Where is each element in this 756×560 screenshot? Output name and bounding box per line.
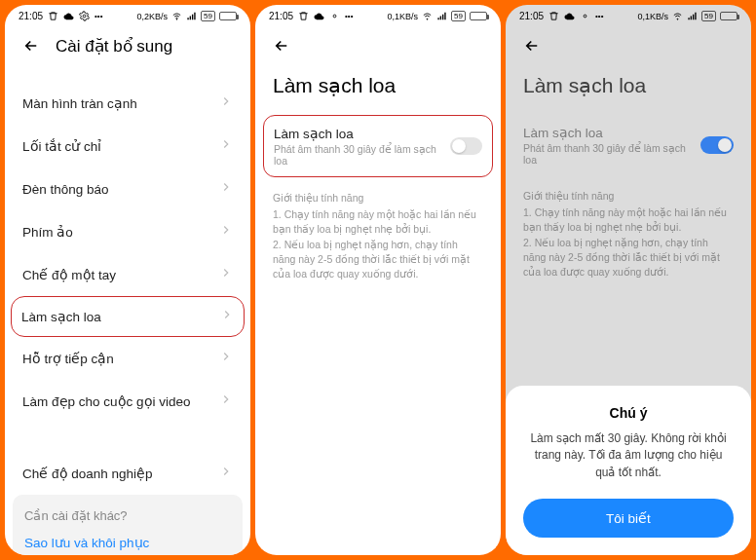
chevron-right-icon: [219, 223, 233, 241]
bottom-sheet: Chú ý Làm sạch mất 30 giây. Không rời kh…: [506, 386, 751, 555]
header: Cài đặt bổ sung: [5, 25, 250, 66]
phone-screen-2: 21:05 ••• 0,1KB/s 59 Làm sạch loa Làm sạ…: [255, 5, 501, 555]
row-onehand[interactable]: Chế độ một tay: [11, 253, 245, 296]
status-speed: 0,2KB/s: [137, 12, 169, 21]
sheet-body: Làm sạch mất 30 giây. Không rời khỏi tra…: [523, 430, 734, 481]
settings-icon: [329, 11, 340, 21]
toggle-row-clear-speaker[interactable]: Làm sạch loa Phát âm thanh 30 giây để là…: [263, 115, 493, 177]
row-fullscreen[interactable]: Màn hình tràn cạnh: [11, 82, 245, 125]
modal-overlay[interactable]: Chú ý Làm sạch mất 30 giây. Không rời kh…: [506, 5, 751, 555]
svg-point-0: [83, 15, 86, 18]
footer-card: Cần cài đặt khác? Sao lưu và khôi phục H…: [13, 495, 243, 555]
chevron-right-icon: [219, 180, 233, 198]
status-bar: 21:05 ••• 0,1KB/s 59: [255, 5, 501, 25]
battery-icon: [470, 12, 487, 20]
status-time: 21:05: [269, 11, 293, 21]
chevron-right-icon: [219, 94, 233, 112]
back-button[interactable]: [271, 35, 292, 56]
chevron-right-icon: [219, 137, 233, 155]
header: [255, 25, 501, 66]
sheet-title: Chú ý: [523, 405, 734, 421]
row-clear-speaker[interactable]: Làm sạch loa: [11, 296, 245, 337]
phone-screen-1: 21:05 ••• 0,2KB/s 59 Cài đặt bổ sung Màn…: [5, 5, 250, 555]
status-time: 21:05: [19, 11, 43, 21]
wifi-icon: [171, 11, 182, 21]
svg-point-3: [427, 19, 428, 19]
svg-point-1: [176, 19, 177, 19]
page-title: Làm sạch loa: [255, 66, 501, 115]
status-speed: 0,1KB/s: [388, 12, 419, 21]
row-virtual-keys[interactable]: Phím ảo: [11, 210, 245, 253]
cloud-icon: [63, 11, 74, 21]
chevron-right-icon: [219, 465, 233, 482]
back-button[interactable]: [20, 35, 42, 56]
phone-screen-3: 21:05 ••• 0,1KB/s 59 Làm sạch loa Làm sạ…: [506, 5, 751, 555]
row-enterprise[interactable]: Chế độ doanh nghiệp: [11, 452, 245, 495]
cloud-icon: [314, 11, 324, 21]
feature-description: Giới thiệu tính năng 1. Chạy tính năng n…: [255, 177, 501, 295]
row-gesture[interactable]: Lối tắt cử chỉ: [11, 125, 245, 168]
link-backup[interactable]: Sao lưu và khôi phục: [24, 535, 231, 550]
signal-icon: [186, 11, 197, 21]
page-title: Cài đặt bổ sung: [56, 36, 172, 56]
row-accessibility[interactable]: Hỗ trợ tiếp cận: [11, 337, 245, 380]
row-led[interactable]: Đèn thông báo: [11, 168, 245, 210]
battery-icon: [219, 12, 237, 20]
toggle-title: Làm sạch loa: [274, 126, 450, 141]
battery-text: 59: [201, 11, 215, 21]
toggle-subtitle: Phát âm thanh 30 giây để làm sạch loa: [274, 143, 450, 167]
chevron-right-icon: [219, 266, 233, 283]
row-video-beauty[interactable]: Làm đẹp cho cuộc gọi video: [11, 380, 245, 423]
settings-icon: [79, 11, 90, 21]
signal-icon: [436, 11, 447, 21]
svg-point-2: [333, 15, 336, 18]
delete-icon: [48, 11, 58, 21]
settings-list: Màn hình tràn cạnh Lối tắt cử chỉ Đèn th…: [5, 66, 250, 495]
wifi-icon: [422, 11, 433, 21]
delete-icon: [298, 11, 309, 21]
chevron-right-icon: [220, 308, 234, 325]
confirm-button[interactable]: Tôi biết: [523, 499, 734, 538]
status-bar: 21:05 ••• 0,2KB/s 59: [5, 5, 250, 25]
chevron-right-icon: [219, 350, 233, 367]
chevron-right-icon: [219, 392, 233, 410]
footer-question: Cần cài đặt khác?: [24, 508, 231, 523]
toggle-switch[interactable]: [450, 137, 482, 155]
